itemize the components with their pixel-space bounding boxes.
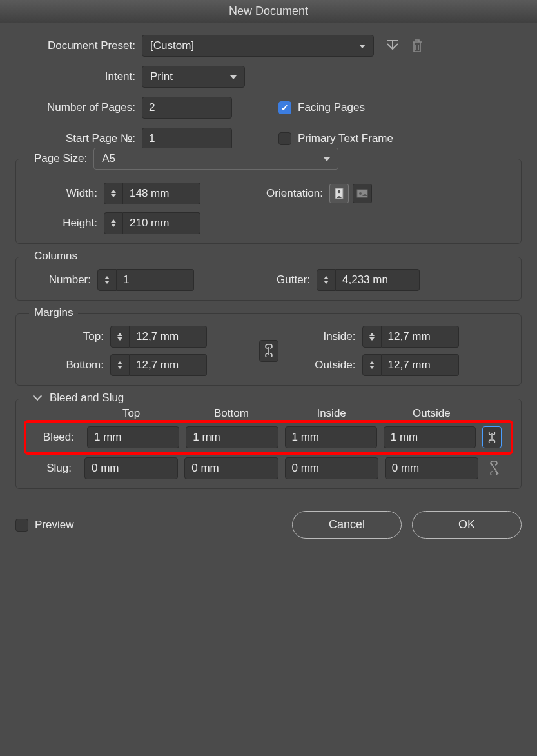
columns-group: Columns Number: 1 Gutter: 4,233 mn	[15, 257, 522, 301]
orientation-label: Orientation:	[200, 187, 329, 200]
chevron-down-icon[interactable]	[33, 392, 42, 401]
preview-checkbox[interactable]	[15, 519, 28, 532]
gutter-stepper[interactable]	[317, 269, 336, 291]
start-page-input[interactable]: 1	[142, 128, 232, 150]
margin-outside-input[interactable]: 12,7 mm	[382, 354, 459, 376]
columns-legend: Columns	[29, 250, 83, 263]
bleed-slug-legend: Bleed and Slug	[29, 392, 129, 404]
slug-label: Slug:	[26, 462, 78, 475]
margin-bottom-input[interactable]: 12,7 mm	[130, 354, 207, 376]
margin-top-stepper[interactable]	[110, 326, 130, 348]
bleed-link-icon[interactable]	[482, 426, 502, 448]
bleed-inside-input[interactable]: 1 mm	[285, 426, 377, 448]
ok-button[interactable]: OK	[412, 511, 522, 539]
margins-legend: Margins	[29, 306, 78, 319]
margin-bottom-stepper[interactable]	[110, 354, 130, 376]
margin-top-label: Top:	[26, 330, 110, 343]
height-value: 210 mm	[130, 217, 169, 230]
document-preset-label: Document Preset:	[15, 39, 142, 52]
svg-point-1	[338, 190, 340, 193]
save-preset-icon[interactable]	[383, 36, 402, 55]
intent-label: Intent:	[15, 70, 142, 83]
col-outside: Outside	[385, 407, 478, 424]
slug-bottom-input[interactable]: 0 mm	[184, 457, 278, 479]
slug-outside-input[interactable]: 0 mm	[385, 457, 478, 479]
number-of-pages-input[interactable]: 2	[142, 97, 232, 119]
margin-inside-input[interactable]: 12,7 mm	[382, 326, 459, 348]
primary-text-frame-checkbox[interactable]	[278, 132, 291, 145]
margins-link-icon[interactable]	[259, 340, 278, 362]
bleed-inside-value: 1 mm	[292, 431, 320, 444]
document-preset-value: [Custom]	[150, 39, 194, 52]
window-title: New Document	[0, 0, 537, 23]
margin-top-value: 12,7 mm	[136, 330, 179, 343]
number-of-pages-value: 2	[149, 101, 155, 114]
intent-value: Print	[150, 70, 173, 83]
width-stepper[interactable]	[104, 183, 123, 204]
margin-inside-value: 12,7 mm	[388, 330, 431, 343]
bleed-label: Bleed:	[29, 431, 81, 444]
margin-bottom-label: Bottom:	[26, 359, 110, 372]
width-input[interactable]: 148 mm	[123, 183, 200, 204]
number-of-pages-label: Number of Pages:	[15, 101, 142, 114]
page-size-label: Page Size:	[34, 152, 93, 165]
gutter-label: Gutter:	[194, 274, 317, 286]
height-label: Height:	[26, 217, 104, 230]
columns-number-input[interactable]: 1	[117, 269, 194, 291]
slug-link-broken-icon[interactable]	[485, 459, 504, 478]
margin-top-input[interactable]: 12,7 mm	[130, 326, 207, 348]
slug-inside-input[interactable]: 0 mm	[285, 457, 378, 479]
col-bottom: Bottom	[184, 407, 278, 424]
page-size-group: Page Size: A5 Width: 148 mm Orientation:…	[15, 159, 522, 244]
document-preset-select[interactable]: [Custom]	[142, 35, 374, 57]
orientation-portrait-button[interactable]	[329, 184, 349, 203]
margin-outside-stepper[interactable]	[362, 354, 382, 376]
slug-outside-value: 0 mm	[392, 462, 420, 475]
bleed-slug-group: Bleed and Slug Top Bottom Inside Outside…	[15, 399, 522, 489]
width-label: Width:	[26, 187, 104, 200]
height-stepper[interactable]	[104, 212, 123, 234]
cancel-button[interactable]: Cancel	[292, 511, 402, 539]
col-inside: Inside	[285, 407, 378, 424]
margin-inside-label: Inside:	[278, 330, 362, 343]
bleed-top-value: 1 mm	[94, 431, 122, 444]
orientation-landscape-button[interactable]	[353, 184, 372, 203]
svg-rect-2	[357, 190, 367, 197]
columns-number-value: 1	[123, 274, 129, 286]
svg-point-3	[359, 192, 362, 195]
bleed-outside-input[interactable]: 1 mm	[384, 426, 476, 448]
start-page-label: Start Page №:	[15, 132, 142, 145]
gutter-input[interactable]: 4,233 mn	[336, 269, 420, 291]
margin-inside-stepper[interactable]	[362, 326, 382, 348]
height-input[interactable]: 210 mm	[123, 212, 200, 234]
primary-text-frame-label: Primary Text Frame	[298, 132, 393, 145]
gutter-value: 4,233 mn	[342, 274, 388, 286]
columns-number-stepper[interactable]	[97, 269, 117, 291]
page-size-select[interactable]: A5	[93, 148, 338, 170]
facing-pages-checkbox[interactable]	[278, 101, 291, 114]
preview-label: Preview	[35, 519, 73, 532]
margin-bottom-value: 12,7 mm	[136, 359, 179, 372]
facing-pages-label: Facing Pages	[298, 101, 365, 114]
slug-bottom-value: 0 mm	[191, 462, 219, 475]
margins-group: Margins Top: 12,7 mm Bottom: 12,7 mm	[15, 313, 522, 386]
intent-select[interactable]: Print	[142, 66, 245, 88]
columns-number-label: Number:	[26, 274, 97, 286]
bleed-top-input[interactable]: 1 mm	[87, 426, 179, 448]
page-size-value: A5	[102, 152, 115, 165]
slug-top-value: 0 mm	[92, 462, 119, 475]
margin-outside-label: Outside:	[278, 359, 362, 372]
bleed-bottom-input[interactable]: 1 mm	[186, 426, 278, 448]
delete-preset-icon[interactable]	[407, 36, 427, 55]
start-page-value: 1	[149, 132, 155, 145]
margin-outside-value: 12,7 mm	[388, 359, 431, 372]
slug-inside-value: 0 mm	[292, 462, 320, 475]
bleed-bottom-value: 1 mm	[193, 431, 220, 444]
bleed-row-highlight: Bleed: 1 mm 1 mm 1 mm 1 mm	[24, 420, 513, 455]
bleed-outside-value: 1 mm	[391, 431, 418, 444]
width-value: 148 mm	[130, 187, 169, 200]
col-top: Top	[84, 407, 178, 424]
bleed-slug-title: Bleed and Slug	[50, 392, 124, 404]
slug-top-input[interactable]: 0 mm	[84, 457, 178, 479]
